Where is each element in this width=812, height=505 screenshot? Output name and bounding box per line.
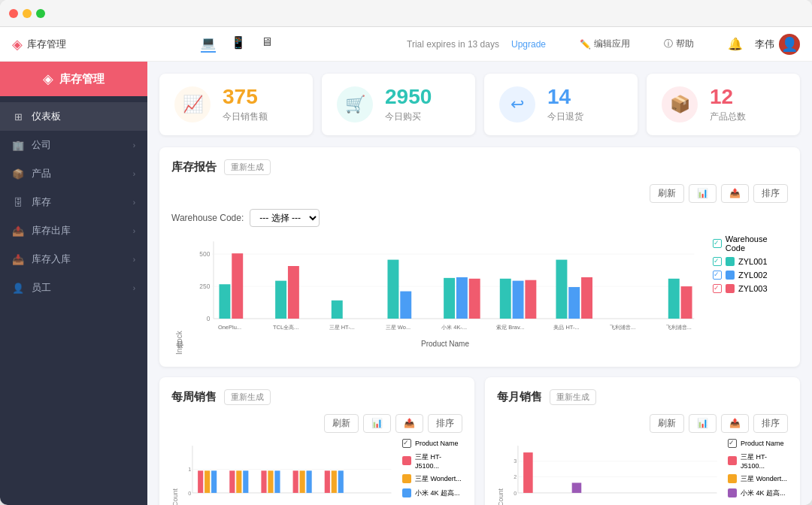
weekly-export-button[interactable]: 📤: [395, 414, 423, 433]
products-label: 产品总数: [710, 110, 746, 123]
weekly-regen-button[interactable]: 重新生成: [224, 389, 271, 405]
sidebar-item-company[interactable]: 🏢 公司 ›: [0, 131, 147, 159]
monthly-legend-checkbox[interactable]: [728, 439, 737, 448]
edit-app-button[interactable]: ✏️ 编辑应用: [580, 38, 630, 50]
legend-zyl003: ZYL003: [713, 284, 788, 293]
purchase-info: 2950 今日购买: [385, 86, 432, 123]
sidebar-item-dashboard[interactable]: ⊞ 仪表板: [0, 102, 147, 131]
svg-text:索尼 Brav...: 索尼 Brav...: [496, 324, 524, 331]
inventory-sort-button[interactable]: 排序: [753, 184, 788, 203]
monthly-sort-button[interactable]: 排序: [753, 414, 788, 433]
stat-card-purchase: 🛒 2950 今日购买: [322, 74, 475, 135]
svg-rect-8: [232, 253, 243, 319]
sidebar-item-product[interactable]: 📦 产品 ›: [0, 159, 147, 188]
inventory-chart-main: 0 250 500: [185, 234, 705, 355]
weekly-sort-button[interactable]: 排序: [428, 414, 462, 433]
weekly-bar-icon-button[interactable]: 📊: [363, 414, 391, 433]
product-icon: 📦: [12, 168, 24, 180]
weekly-bar-chart: 0 1: [179, 439, 395, 505]
legend-warehouse-code: Warehouse Code: [713, 234, 788, 252]
svg-rect-45: [261, 470, 266, 493]
sidebar-item-inbound[interactable]: 📥 库存入库 ›: [0, 245, 147, 274]
legend-color-zyl002: [726, 271, 735, 280]
svg-rect-11: [332, 301, 343, 319]
purchase-number: 2950: [385, 86, 432, 109]
returns-label: 今日退货: [547, 110, 583, 123]
legend-checkbox-zyl002[interactable]: [713, 271, 722, 280]
weekly-legend-text2: 三星 Wondert...: [415, 474, 462, 484]
inventory-export-button[interactable]: 📤: [721, 184, 749, 203]
y-axis-label: 合计Instock: [171, 234, 185, 355]
monthly-bar-icon-button[interactable]: 📊: [689, 414, 717, 433]
svg-rect-62: [572, 482, 582, 492]
svg-rect-14: [444, 278, 455, 319]
monthly-y-label: te Count: [497, 439, 504, 505]
inventory-bar-chart: 0 250 500: [185, 234, 705, 340]
legend-checkbox-warehouse[interactable]: [713, 239, 722, 248]
tv-icon[interactable]: 🖥: [261, 35, 273, 53]
svg-text:三星 HT-...: 三星 HT-...: [329, 324, 355, 331]
svg-text:OnePlu...: OnePlu...: [218, 324, 241, 331]
weekly-chart-main: 0 1: [179, 439, 395, 505]
topbar-right: Trial expires in 13 days Upgrade ✏️ 编辑应用…: [407, 34, 800, 55]
sidebar-item-outbound[interactable]: 📤 库存出库 ›: [0, 216, 147, 245]
weekly-color-1: [402, 456, 411, 465]
svg-text:0: 0: [188, 490, 191, 496]
sidebar-item-inventory[interactable]: 🗄 库存 ›: [0, 188, 147, 216]
monthly-sales-header: 每月销售 重新生成: [497, 389, 788, 405]
svg-text:飞利浦音...: 飞利浦音...: [610, 324, 635, 331]
product-arrow: ›: [133, 170, 135, 178]
sidebar-nav: ⊞ 仪表板 🏢 公司 › 📦 产品 › 🗄 库存 ›: [0, 96, 147, 308]
inventory-bar-icon-button[interactable]: 📊: [689, 184, 717, 203]
purchase-icon: 🛒: [337, 86, 373, 122]
dashboard-icon: ⊞: [12, 110, 24, 122]
minimize-dot[interactable]: [23, 9, 32, 18]
sidebar-logo-icon: ◈: [43, 71, 53, 87]
svg-text:0: 0: [207, 315, 211, 322]
maximize-dot[interactable]: [36, 9, 45, 18]
user-profile[interactable]: 李伟 👤: [755, 34, 800, 55]
sidebar-label-company: 公司: [32, 138, 51, 152]
stat-card-sales: 📈 375 今日销售额: [159, 74, 313, 135]
monthly-color-1: [728, 456, 737, 465]
svg-rect-9: [275, 280, 286, 318]
inventory-regen-button[interactable]: 重新生成: [224, 159, 271, 175]
inventory-refresh-button[interactable]: 刷新: [650, 184, 684, 203]
weekly-refresh-button[interactable]: 刷新: [324, 414, 359, 433]
svg-rect-52: [332, 470, 337, 493]
app-window: ◈ 库存管理 💻 📱 🖥 Trial expires in 13 days Up…: [0, 0, 812, 505]
monthly-legend-item3: 小米 4K 超高...: [728, 488, 788, 498]
weekly-sales-header: 每周销售 重新生成: [171, 389, 462, 405]
weekly-color-2: [402, 474, 411, 483]
desktop-icon[interactable]: 💻: [201, 35, 216, 53]
monthly-legend-text2: 三星 Wondert...: [741, 474, 787, 484]
monthly-legend-text1: 三星 HT-J5100...: [741, 452, 788, 470]
stat-card-returns: ↩ 14 今日退货: [484, 74, 638, 135]
close-dot[interactable]: [9, 9, 18, 18]
sidebar-item-staff[interactable]: 👤 员工 ›: [0, 274, 147, 302]
monthly-export-button[interactable]: 📤: [721, 414, 749, 433]
monthly-chart-main: 0 2 3: [504, 439, 720, 505]
monthly-regen-button[interactable]: 重新生成: [550, 389, 596, 405]
sales-number: 375: [223, 86, 268, 109]
monthly-refresh-button[interactable]: 刷新: [650, 414, 684, 433]
legend-checkbox-zyl003[interactable]: [713, 284, 722, 293]
legend-checkbox-zyl001[interactable]: [713, 257, 722, 266]
upgrade-link[interactable]: Upgrade: [511, 39, 546, 50]
notification-bell[interactable]: 🔔: [728, 37, 743, 51]
help-button[interactable]: ⓘ 帮助: [664, 38, 694, 50]
svg-rect-39: [198, 470, 203, 493]
warehouse-select[interactable]: --- 选择 ---: [250, 209, 320, 227]
sidebar-label-dashboard: 仪表板: [32, 110, 61, 123]
svg-text:美品 HT-...: 美品 HT-...: [553, 324, 579, 331]
monthly-legend-label: Product Name: [741, 440, 784, 447]
weekly-legend-checkbox[interactable]: [402, 439, 411, 448]
inventory-arrow: ›: [133, 198, 135, 207]
x-axis-label: Product Name: [185, 340, 705, 348]
monthly-chart-legend: Product Name 三星 HT-J5100... 三星 Wondert..…: [720, 439, 788, 505]
inventory-report-section: 库存报告 重新生成 刷新 📊 📤 排序 Warehouse Code: --- …: [159, 147, 800, 367]
trial-text: Trial expires in 13 days: [407, 39, 499, 50]
products-info: 12 产品总数: [710, 86, 746, 123]
weekly-chart-container: te Count 0 1: [171, 439, 462, 505]
tablet-icon[interactable]: 📱: [231, 35, 246, 53]
